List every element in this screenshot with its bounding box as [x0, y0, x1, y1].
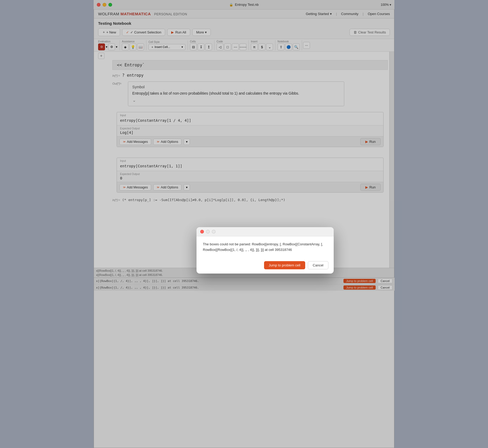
modal-actions: Jump to problem cell Cancel: [197, 258, 334, 274]
modal-dialog: The boxes could not be parsed: RowBox[{e…: [197, 227, 334, 274]
modal-minimize-button: [206, 230, 210, 233]
modal-maximize-button: [212, 230, 216, 233]
modal-overlay: The boxes could not be parsed: RowBox[{e…: [0, 0, 488, 448]
modal-cancel-button[interactable]: Cancel: [308, 261, 328, 269]
modal-jump-button[interactable]: Jump to problem cell: [264, 261, 305, 269]
modal-message: The boxes could not be parsed: RowBox[{e…: [203, 242, 327, 253]
modal-titlebar: [197, 227, 334, 236]
modal-body: The boxes could not be parsed: RowBox[{e…: [197, 236, 334, 258]
modal-close-button[interactable]: [200, 230, 204, 233]
